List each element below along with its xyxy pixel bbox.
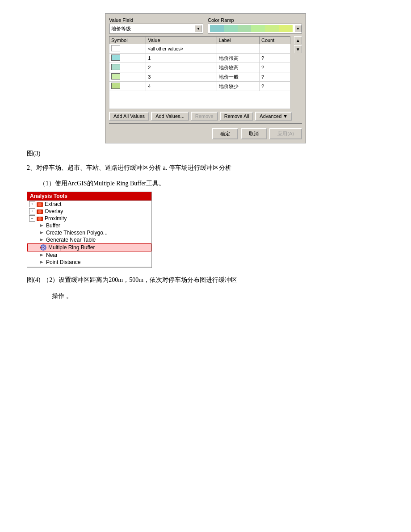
symbol-cell bbox=[109, 63, 146, 72]
figure-4-container: Analysis Tools + Extract + Overlay − bbox=[27, 192, 384, 268]
arcgis-dialog: Value Field 地价等级 ▼ Color Ramp bbox=[105, 13, 306, 143]
symbol-swatch bbox=[111, 45, 120, 51]
thiessen-label: Create Thiessen Polygo... bbox=[46, 230, 108, 236]
paragraph-3: （2）设置缓冲区距离为200m，500m，依次对停车场分布图进行缓冲区 bbox=[43, 274, 237, 285]
table-row[interactable]: 3 地价一般 ? bbox=[109, 72, 290, 82]
figure-3-container: Value Field 地价等级 ▼ Color Ramp bbox=[27, 13, 384, 143]
color-swatch-1 bbox=[210, 25, 224, 32]
toolbox-item-multiple-ring-buffer[interactable]: Multiple Ring Buffer bbox=[27, 243, 151, 251]
remove-all-button[interactable]: Remove All bbox=[220, 112, 254, 121]
label-cell: 地价较少 bbox=[217, 82, 259, 91]
tool-arrow-icon bbox=[40, 230, 44, 235]
empty-cell bbox=[109, 91, 290, 109]
toolbox-item-buffer[interactable]: Buffer bbox=[27, 222, 151, 229]
symbol-cell bbox=[109, 44, 146, 54]
ok-button[interactable]: 确定 bbox=[212, 128, 238, 139]
toolbox-item-near[interactable]: Near bbox=[27, 251, 151, 259]
svg-point-2 bbox=[38, 203, 42, 206]
action-buttons-row: Add All Values Add Values... Remove Remo… bbox=[109, 112, 302, 121]
add-all-values-button[interactable]: Add All Values bbox=[109, 112, 149, 121]
count-cell: ? bbox=[259, 72, 290, 82]
value-cell: 4 bbox=[146, 82, 217, 91]
value-cell: 1 bbox=[146, 54, 217, 63]
expand-icon-overlay: + bbox=[29, 208, 35, 214]
table-row[interactable]: 2 地价较高 ? bbox=[109, 63, 290, 72]
toolbox-item-near-table[interactable]: Generate Near Table bbox=[27, 236, 151, 243]
color-swatch-2 bbox=[224, 25, 238, 32]
table-row[interactable]: 4 地价较少 ? bbox=[109, 82, 290, 91]
multiple-ring-buffer-icon bbox=[40, 244, 46, 251]
overlay-label: Overlay bbox=[45, 208, 63, 214]
count-cell: ? bbox=[259, 63, 290, 72]
toolbox-item-thiessen[interactable]: Create Thiessen Polygo... bbox=[27, 229, 151, 236]
symbol-swatch bbox=[111, 54, 120, 61]
symbol-swatch bbox=[111, 73, 120, 80]
color-swatch-6 bbox=[279, 25, 293, 32]
toolbox-group-extract[interactable]: + Extract bbox=[27, 201, 151, 208]
tool-arrow-icon bbox=[40, 260, 44, 265]
value-field-value: 地价等级 bbox=[111, 25, 131, 32]
extract-label: Extract bbox=[45, 201, 61, 207]
symbol-table: Symbol Value Label Count <all other valu… bbox=[109, 36, 290, 109]
count-cell bbox=[259, 44, 290, 54]
paragraph-2: （1）使用ArcGIS的Multiple Ring Buffer工具。 bbox=[27, 178, 384, 189]
paragraph-4: 操作 。 bbox=[27, 290, 384, 302]
paragraph-1: 2、对停车场、超市、车站、道路进行缓冲区分析 a. 停车场进行缓冲区分析 bbox=[27, 162, 384, 173]
color-ramp-dropdown-arrow[interactable]: ▼ bbox=[294, 25, 302, 32]
color-swatch-3 bbox=[238, 25, 252, 32]
tool-arrow-icon bbox=[40, 237, 44, 243]
add-values-button[interactable]: Add Values... bbox=[151, 112, 189, 121]
advanced-button[interactable]: Advanced ▼ bbox=[255, 112, 292, 121]
color-swatch-4 bbox=[251, 25, 265, 32]
symbol-cell bbox=[109, 82, 146, 91]
proximity-folder-icon bbox=[37, 215, 43, 222]
color-ramp-label: Color Ramp bbox=[208, 17, 302, 23]
buffer-label: Buffer bbox=[46, 222, 60, 229]
value-cell: 2 bbox=[146, 63, 217, 72]
table-row-empty bbox=[109, 91, 290, 109]
svg-point-9 bbox=[42, 247, 44, 248]
scroll-buttons: ▲ ▼ bbox=[294, 36, 302, 112]
extract-folder-icon bbox=[37, 201, 43, 207]
tool-arrow-icon bbox=[40, 252, 44, 258]
count-cell: ? bbox=[259, 82, 290, 91]
color-ramp-box[interactable]: ▼ bbox=[208, 24, 302, 34]
cancel-button[interactable]: 取消 bbox=[241, 128, 267, 139]
apply-button[interactable]: 应用(A) bbox=[269, 128, 302, 139]
table-row[interactable]: <all other values> bbox=[109, 44, 290, 54]
symbol-cell bbox=[109, 72, 146, 82]
symbol-swatch bbox=[111, 83, 120, 89]
proximity-label: Proximity bbox=[45, 215, 67, 222]
toolbox-group-overlay[interactable]: + Overlay bbox=[27, 208, 151, 215]
svg-point-6 bbox=[38, 217, 42, 221]
symbol-cell bbox=[109, 54, 146, 63]
toolbox-panel: Analysis Tools + Extract + Overlay − bbox=[27, 192, 152, 268]
label-cell: 地价较高 bbox=[217, 63, 259, 72]
value-field-dropdown-arrow[interactable]: ▼ bbox=[195, 25, 202, 32]
toolbox-title: Analysis Tools bbox=[27, 192, 151, 201]
table-row[interactable]: 1 地价很高 ? bbox=[109, 54, 290, 63]
value-field-label: Value Field bbox=[109, 17, 203, 23]
toolbox-group-proximity[interactable]: − Proximity bbox=[27, 215, 151, 222]
label-cell: 地价一般 bbox=[217, 72, 259, 82]
multiple-ring-buffer-label: Multiple Ring Buffer bbox=[48, 244, 95, 251]
scroll-up-button[interactable]: ▲ bbox=[294, 36, 302, 44]
point-distance-label: Point Distance bbox=[46, 259, 80, 265]
svg-point-4 bbox=[38, 210, 42, 214]
toolbox-item-point-distance[interactable]: Point Distance bbox=[27, 259, 151, 266]
near-label: Near bbox=[46, 252, 58, 258]
value-cell: 3 bbox=[146, 72, 217, 82]
figure-4-caption-row: 图(4) （2）设置缓冲区距离为200m，500m，依次对停车场分布图进行缓冲区 bbox=[27, 274, 384, 285]
count-cell: ? bbox=[259, 54, 290, 63]
remove-button[interactable]: Remove bbox=[191, 112, 218, 121]
tool-arrow-icon bbox=[40, 223, 44, 228]
col-label: Label bbox=[217, 37, 259, 44]
expand-icon-extract: + bbox=[29, 201, 35, 207]
figure-4-caption: 图(4) bbox=[27, 276, 40, 284]
overlay-folder-icon bbox=[37, 208, 43, 214]
bottom-buttons-row: 确定 取消 应用(A) bbox=[109, 126, 302, 139]
label-cell: 地价很高 bbox=[217, 54, 259, 63]
scroll-down-button[interactable]: ▼ bbox=[294, 45, 302, 53]
value-field-select[interactable]: 地价等级 ▼ bbox=[109, 24, 203, 34]
color-swatch-5 bbox=[265, 25, 279, 32]
